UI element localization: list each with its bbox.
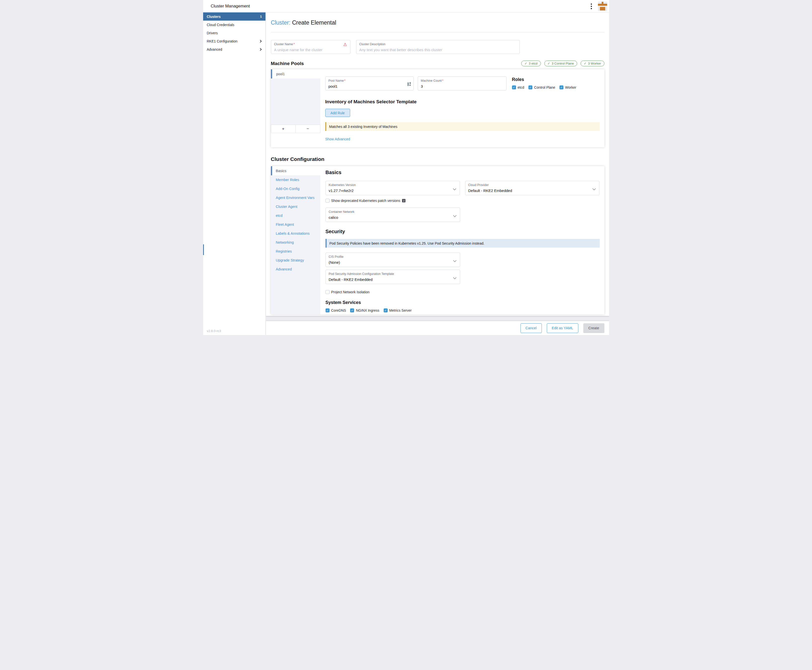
nginx-ingress-checkbox[interactable]: ✓NGINX Ingress [350,308,379,312]
roles-heading: Roles [512,77,576,82]
main-area: Cluster: Create Elemental Cluster Name* … [266,12,609,335]
config-tab-fleet-agent[interactable]: Fleet Agent [271,220,320,229]
checkbox-checked-icon: ✓ [528,85,533,90]
sidebar-item-rke1-configuration[interactable]: RKE1 Configuration [203,37,266,45]
psa-template-select[interactable]: Pod Security Admission Configuration Tem… [326,270,460,284]
roles-checkboxes: ✓etcd ✓Control Plane ✓Worker [512,85,576,90]
config-tab-etcd[interactable]: etcd [271,211,320,220]
role-etcd-checkbox[interactable]: ✓etcd [512,85,524,90]
checkbox-checked-icon: ✓ [560,85,563,90]
basics-heading: Basics [326,169,599,175]
slide-in-panel-handle[interactable] [203,244,204,255]
system-services-heading: System Services [326,300,599,305]
machine-count-label: Machine Count* [421,79,503,83]
kebab-menu-icon[interactable] [589,2,594,11]
add-rule-button[interactable]: Add Rule [325,109,350,117]
sidebar-item-advanced[interactable]: Advanced [203,45,266,53]
control-plane-count-badge: ✓3 Control Plane [544,61,577,66]
system-services-checkboxes: ✓CoreDNS ✓NGINX Ingress ✓Metrics Server [326,308,599,315]
pool-name-input[interactable] [328,84,402,88]
brand-logo-icon[interactable] [598,2,607,11]
title-divider [271,32,604,32]
footer-action-bar: Cancel Edit as YAML Create [266,321,609,335]
sidebar-item-label: Clusters [207,15,260,19]
config-tab-add-on-config[interactable]: Add-On Config [271,184,320,193]
app-title: Cluster Management [211,4,250,9]
cluster-description-label: Cluster Description [359,42,516,46]
config-tab-agent-environment-vars[interactable]: Agent Environment Vars [271,193,320,202]
cluster-name-input[interactable] [274,48,340,52]
cluster-description-input[interactable] [359,48,501,52]
clusters-count-badge: 1 [260,15,262,19]
checkbox-unchecked-icon [326,199,330,203]
pod-security-banner: Pod Security Policies have been removed … [326,239,600,248]
cancel-button[interactable]: Cancel [521,323,542,333]
check-icon: ✓ [548,62,550,65]
config-tab-member-roles[interactable]: Member Roles [271,175,320,184]
chevron-right-icon [259,40,262,42]
machine-count-field: Machine Count* [418,76,507,90]
config-tab-labels-annotations[interactable]: Labels & Annotations [271,229,320,238]
cis-profile-select[interactable]: CIS Profile (None) [326,252,460,267]
sidebar-item-cloud-credentials[interactable]: Cloud Credentials [203,20,266,29]
chevron-right-icon [259,48,262,51]
role-control-plane-checkbox[interactable]: ✓Control Plane [528,85,555,90]
machine-pools-heading: Machine Pools [271,61,304,66]
cluster-form-row: Cluster Name* ⚠ Cluster Description [271,40,604,54]
config-tab-cluster-agent[interactable]: Cluster Agent [271,202,320,211]
cloud-provider-select[interactable]: Cloud Provider Default - RKE2 Embedded [465,181,599,195]
roles-group: Roles ✓etcd ✓Control Plane ✓Worker [512,76,576,90]
top-header: Cluster Management [203,0,609,12]
create-button[interactable]: Create [583,323,604,333]
pool-fields-row: Pool Name* Machine Count* Roles ✓etcd [325,76,599,90]
config-tab-basics[interactable]: Basics [271,166,320,175]
remove-pool-button[interactable]: − [296,125,320,133]
container-network-label: Container Network [329,210,457,213]
check-icon: ✓ [524,62,527,65]
config-tab-upgrade-strategy[interactable]: Upgrade Strategy [271,256,320,265]
coredns-checkbox[interactable]: ✓CoreDNS [326,308,346,312]
add-pool-button[interactable]: + [271,125,296,133]
edit-as-yaml-button[interactable]: Edit as YAML [547,323,579,333]
matches-banner: Matches all 3 existing Inventory of Mach… [325,122,600,131]
machine-pools-header-row: Machine Pools ✓3 etcd ✓3 Control Plane ✓… [271,61,604,66]
header-actions [589,0,607,12]
show-deprecated-checkbox[interactable]: Show deprecated Kubernetes patch version… [326,199,599,203]
checkbox-checked-icon: ✓ [384,308,387,312]
metrics-server-checkbox[interactable]: ✓Metrics Server [384,308,412,312]
config-tab-networking[interactable]: Networking [271,238,320,247]
cloud-provider-value: Default - RKE2 Embedded [468,188,596,193]
checkbox-checked-icon: ✓ [326,308,330,312]
machine-pools-card: pool1 + − Pool Name* Machine [271,69,604,147]
checkbox-unchecked-icon [326,290,330,294]
required-asterisk: * [294,42,295,46]
role-worker-checkbox[interactable]: ✓Worker [560,85,576,90]
checkbox-checked-icon: ✓ [350,308,354,312]
sidebar-item-drivers[interactable]: Drivers [203,29,266,37]
kubernetes-version-label: Kubernetes Version [329,183,457,187]
container-network-select[interactable]: Container Network calico [326,208,460,222]
config-tab-registries[interactable]: Registries [271,247,320,256]
required-asterisk: * [442,79,443,83]
page-title: Cluster: Create Elemental [271,19,604,26]
cis-profile-label: CIS Profile [329,255,457,259]
psa-template-label: Pod Security Admission Configuration Tem… [329,272,457,276]
kubernetes-version-select[interactable]: Kubernetes Version v1.27.7+rke2r2 [326,181,460,195]
show-advanced-link[interactable]: Show Advanced [325,137,350,141]
worker-count-badge: ✓3 Worker [580,61,604,66]
cloud-provider-label: Cloud Provider [468,183,596,187]
page-title-prefix: Cluster: [271,19,291,26]
project-network-isolation-checkbox[interactable]: Project Network Isolation [326,290,599,294]
info-icon[interactable]: i [402,199,406,202]
randomize-name-icon[interactable] [408,82,411,86]
config-nav: Basics Member Roles Add-On Config Agent … [271,166,320,315]
sidebar: Clusters 1 Cloud Credentials Drivers RKE… [203,12,266,335]
pool-tab-pool1[interactable]: pool1 [271,69,320,78]
sidebar-item-label: Cloud Credentials [207,23,262,27]
sidebar-item-clusters[interactable]: Clusters 1 [203,12,266,20]
version-label: v2.8.0-rc3 [207,329,221,333]
kubernetes-version-value: v1.27.7+rke2r2 [329,188,457,193]
psa-template-value: Default - RKE2 Embedded [329,277,457,282]
config-tab-advanced[interactable]: Advanced [271,265,320,274]
machine-count-input[interactable] [421,84,495,88]
